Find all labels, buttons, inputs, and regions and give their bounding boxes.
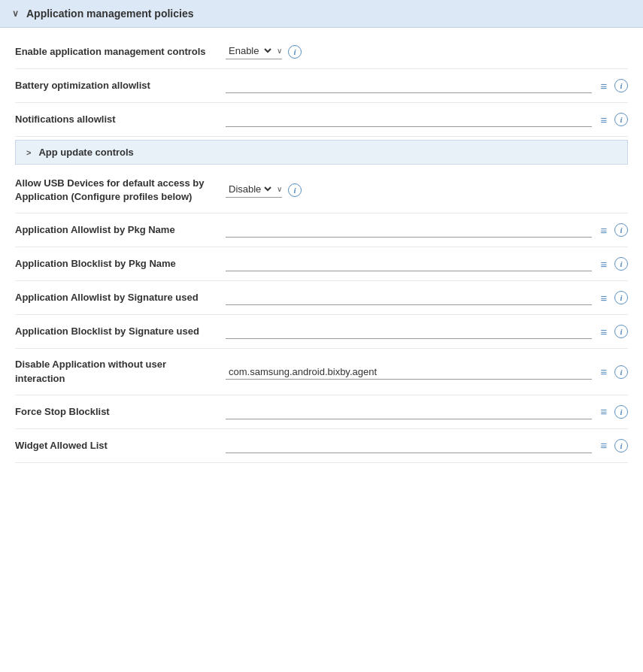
control-app-blocklist-sig: ≡ i — [226, 324, 628, 339]
select-enable-app-mgmt[interactable]: Enable Disable — [226, 44, 274, 57]
icons-blocklist-pkg: ≡ i — [596, 257, 628, 271]
row-notifications-allowlist: Notifications allowlist ≡ i — [15, 103, 628, 137]
control-allow-usb: Enable Disable ∨ i — [226, 183, 628, 198]
list-icon-blocklist-sig[interactable]: ≡ — [596, 325, 611, 338]
control-force-stop-blocklist: ≡ i — [226, 404, 628, 419]
input-group-allowlist-sig: ≡ i — [226, 290, 628, 305]
input-battery-optimization[interactable] — [226, 78, 592, 93]
control-app-allowlist-pkg: ≡ i — [226, 222, 628, 238]
info-icon-notifications[interactable]: i — [614, 113, 628, 126]
row-allow-usb: Allow USB Devices for default access by … — [15, 168, 628, 213]
input-app-allowlist-sig[interactable] — [226, 290, 592, 305]
control-app-blocklist-pkg: ≡ i — [226, 256, 628, 271]
info-icon-disable-app[interactable]: i — [614, 365, 628, 379]
icons-disable-app: ≡ i — [596, 365, 628, 379]
input-app-allowlist-pkg[interactable] — [226, 222, 592, 238]
section-title: Application management policies — [26, 8, 194, 20]
info-icon-allow-usb[interactable]: i — [288, 183, 302, 197]
label-app-blocklist-sig: Application Blocklist by Signature used — [15, 325, 211, 338]
control-enable-app-mgmt: Enable Disable ∨ i — [226, 44, 628, 59]
list-icon-notifications[interactable]: ≡ — [596, 113, 611, 126]
chevron-down-icon: ∨ — [277, 47, 282, 55]
section-chevron[interactable]: ∨ — [12, 8, 19, 19]
icons-notifications: ≡ i — [596, 113, 628, 126]
section-header[interactable]: ∨ Application management policies — [0, 0, 643, 28]
icons-force-stop: ≡ i — [596, 405, 628, 419]
label-enable-app-mgmt: Enable application management controls — [15, 45, 211, 59]
icons-widget: ≡ i — [596, 439, 628, 453]
list-icon-widget[interactable]: ≡ — [596, 439, 611, 453]
input-group-widget: ≡ i — [226, 438, 628, 453]
subsection-chevron[interactable]: > — [26, 148, 31, 157]
content-area: Enable application management controls E… — [0, 28, 643, 471]
select-wrapper-enable[interactable]: Enable Disable ∨ — [226, 44, 282, 59]
chevron-down-usb-icon: ∨ — [277, 185, 282, 193]
info-icon-force-stop[interactable]: i — [614, 405, 628, 419]
input-force-stop-blocklist[interactable] — [226, 404, 592, 419]
icons-allowlist-pkg: ≡ i — [596, 223, 628, 237]
row-battery-optimization: Battery optimization allowlist ≡ i — [15, 69, 628, 103]
label-allow-usb: Allow USB Devices for default access by … — [15, 177, 211, 204]
icons-battery: ≡ i — [596, 79, 628, 92]
label-app-allowlist-sig: Application Allowlist by Signature used — [15, 291, 211, 304]
info-icon-battery[interactable]: i — [614, 79, 628, 92]
row-enable-app-mgmt: Enable application management controls E… — [15, 35, 628, 69]
input-group-allowlist-pkg: ≡ i — [226, 222, 628, 238]
row-app-blocklist-sig: Application Blocklist by Signature used … — [15, 315, 628, 349]
row-force-stop-blocklist: Force Stop Blocklist ≡ i — [15, 395, 628, 429]
input-group-blocklist-sig: ≡ i — [226, 324, 628, 339]
select-allow-usb[interactable]: Enable Disable — [226, 183, 274, 195]
label-widget-allowed-list: Widget Allowed List — [15, 439, 211, 453]
row-widget-allowed-list: Widget Allowed List ≡ i — [15, 429, 628, 463]
control-app-allowlist-sig: ≡ i — [226, 290, 628, 305]
main-container: ∨ Application management policies Enable… — [0, 0, 643, 471]
subsection-title: App update controls — [38, 147, 133, 158]
list-icon-blocklist-pkg[interactable]: ≡ — [596, 257, 611, 271]
input-widget-allowed-list[interactable] — [226, 438, 592, 453]
icons-allowlist-sig: ≡ i — [596, 291, 628, 304]
row-disable-app-no-interaction: Disable Application without user interac… — [15, 349, 628, 395]
icons-blocklist-sig: ≡ i — [596, 325, 628, 338]
row-app-allowlist-sig: Application Allowlist by Signature used … — [15, 281, 628, 315]
input-notifications-allowlist[interactable] — [226, 112, 592, 127]
control-widget-allowed-list: ≡ i — [226, 438, 628, 453]
input-group-disable-app: ≡ i — [226, 365, 628, 380]
control-battery-optimization: ≡ i — [226, 78, 628, 93]
list-icon-disable-app[interactable]: ≡ — [596, 365, 611, 379]
label-battery-optimization: Battery optimization allowlist — [15, 79, 211, 92]
input-group-blocklist-pkg: ≡ i — [226, 256, 628, 271]
info-icon-allowlist-sig[interactable]: i — [614, 291, 628, 304]
input-group-notifications: ≡ i — [226, 112, 628, 127]
label-force-stop-blocklist: Force Stop Blocklist — [15, 405, 211, 419]
input-app-blocklist-pkg[interactable] — [226, 256, 592, 271]
row-app-blocklist-pkg: Application Blocklist by Pkg Name ≡ i — [15, 247, 628, 281]
input-disable-app-no-interaction[interactable] — [226, 365, 592, 380]
label-app-blocklist-pkg: Application Blocklist by Pkg Name — [15, 257, 211, 271]
list-icon-allowlist-pkg[interactable]: ≡ — [596, 223, 611, 237]
subsection-header-app-update[interactable]: > App update controls — [15, 140, 628, 165]
control-disable-app-no-interaction: ≡ i — [226, 365, 628, 380]
info-icon-allowlist-pkg[interactable]: i — [614, 223, 628, 237]
info-icon-blocklist-pkg[interactable]: i — [614, 257, 628, 271]
info-icon-enable-app-mgmt[interactable]: i — [288, 45, 302, 59]
label-disable-app-no-interaction: Disable Application without user interac… — [15, 358, 211, 385]
info-icon-blocklist-sig[interactable]: i — [614, 325, 628, 338]
input-group-force-stop: ≡ i — [226, 404, 628, 419]
label-app-allowlist-pkg: Application Allowlist by Pkg Name — [15, 223, 211, 237]
row-app-allowlist-pkg: Application Allowlist by Pkg Name ≡ i — [15, 213, 628, 247]
list-icon-allowlist-sig[interactable]: ≡ — [596, 291, 611, 304]
list-icon-force-stop[interactable]: ≡ — [596, 405, 611, 419]
select-wrapper-usb[interactable]: Enable Disable ∨ — [226, 183, 282, 198]
input-group-battery: ≡ i — [226, 78, 628, 93]
control-notifications-allowlist: ≡ i — [226, 112, 628, 127]
input-app-blocklist-sig[interactable] — [226, 324, 592, 339]
label-notifications-allowlist: Notifications allowlist — [15, 113, 211, 126]
info-icon-widget[interactable]: i — [614, 439, 628, 453]
list-icon-battery[interactable]: ≡ — [596, 79, 611, 92]
